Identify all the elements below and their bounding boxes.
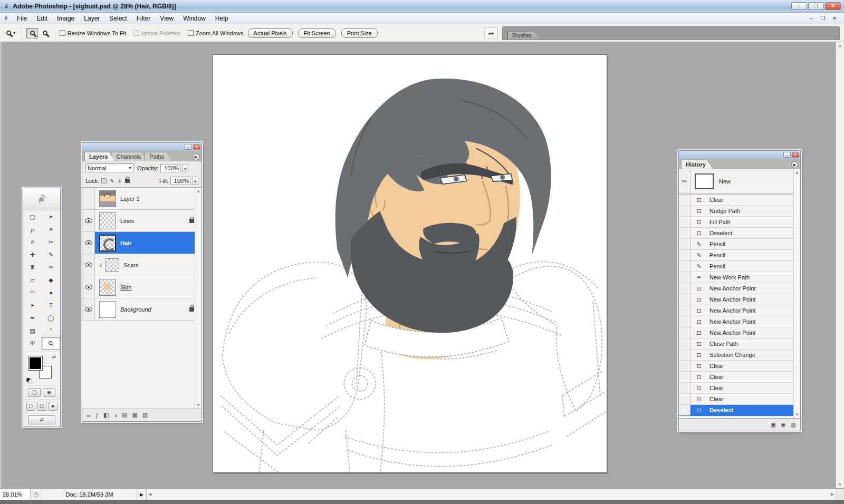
menu-item[interactable]: Window	[178, 14, 210, 23]
layer-name[interactable]: Background	[120, 306, 189, 313]
palette-close-button[interactable]: ✕	[193, 144, 200, 150]
lock-all-icon[interactable]	[125, 179, 130, 183]
layer-name[interactable]: Lines	[120, 218, 189, 224]
visibility-toggle[interactable]	[82, 210, 95, 231]
scroll-right-icon[interactable]: ▶	[831, 492, 834, 497]
history-state[interactable]: ▶ ✒ New Work Path	[679, 272, 800, 283]
history-state[interactable]: ▶ ⊡ New Anchor Point	[679, 294, 800, 305]
history-state[interactable]: ▶ ✎ Pencil	[679, 239, 800, 250]
tool-button[interactable]: ▱	[23, 274, 42, 286]
checkbox-box[interactable]	[60, 30, 65, 36]
tool-button[interactable]: ❜	[42, 324, 60, 337]
layer-thumbnail[interactable]	[99, 190, 116, 207]
layer-row[interactable]: ↴ Scars	[82, 254, 202, 276]
palette-menu-button[interactable]: ▶	[791, 161, 798, 168]
options-checkbox[interactable]: Ignore Palettes	[133, 30, 180, 36]
layer-style-icon[interactable]: ƒ	[95, 412, 99, 419]
scroll-up-icon[interactable]: ▲	[196, 189, 200, 193]
options-button[interactable]: Fit Screen	[298, 28, 336, 38]
palette-tab[interactable]: History	[681, 160, 713, 169]
foreground-color-swatch[interactable]	[28, 356, 42, 370]
visibility-toggle[interactable]	[82, 188, 95, 209]
restore-button[interactable]: ❐	[808, 2, 824, 10]
zoom-out-button[interactable]	[39, 28, 51, 38]
tool-button[interactable]: ▢	[23, 210, 42, 223]
active-tool-preview[interactable]: ▾	[4, 29, 17, 37]
layers-palette-titlebar[interactable]: – ✕	[82, 143, 202, 151]
scroll-up-icon[interactable]: ▲	[795, 170, 799, 175]
vertical-scrollbar[interactable]: ▲ ▼	[836, 42, 844, 488]
tool-button[interactable]: T	[42, 299, 60, 312]
palette-menu-button[interactable]: ▶	[193, 153, 199, 160]
new-document-from-state-icon[interactable]: ▣	[771, 421, 776, 428]
scroll-down-icon[interactable]: ▼	[795, 412, 799, 417]
lock-pixels-icon[interactable]: ✎	[110, 178, 114, 184]
tool-button[interactable]: ▤	[23, 324, 42, 337]
document-canvas[interactable]	[213, 54, 607, 473]
history-state[interactable]: ▶ ⊡ Nudge Path	[679, 206, 800, 217]
scroll-down-icon[interactable]: ▼	[196, 403, 200, 408]
menu-item[interactable]: Select	[104, 14, 131, 23]
scroll-left-icon[interactable]: ◀	[148, 492, 151, 497]
history-state[interactable]: ▶ ⊡ Fill Path	[679, 217, 800, 228]
history-source-well[interactable]: ▶	[679, 361, 690, 371]
delete-layer-icon[interactable]: ▥	[142, 412, 148, 419]
history-state[interactable]: ▶ ⊡ Deselect	[679, 228, 800, 239]
tool-button[interactable]: ⚲	[42, 337, 60, 350]
standard-mode-button[interactable]: ◯	[28, 388, 41, 397]
blend-mode-select[interactable]: Normal ▼	[85, 163, 134, 172]
history-state[interactable]: ▶ ⊡ Clear	[679, 372, 800, 383]
status-popup-button[interactable]: ▶	[137, 489, 147, 500]
tool-button[interactable]: ℘	[23, 223, 42, 236]
checkbox-box[interactable]	[133, 30, 139, 36]
menu-item[interactable]: Layer	[79, 14, 104, 23]
history-source-well[interactable]: ▶	[679, 405, 690, 415]
new-snapshot-icon[interactable]: ◉	[781, 421, 786, 428]
history-source-well[interactable]: ▶	[679, 250, 690, 260]
tool-button[interactable]: #	[23, 236, 42, 248]
history-state[interactable]: ▶ ⊡ New Anchor Point	[679, 327, 800, 338]
opacity-input[interactable]: 100%	[160, 164, 180, 172]
snapshot-thumbnail[interactable]	[695, 173, 714, 189]
fullscreen-button[interactable]: ■	[49, 402, 57, 411]
layer-thumbnail[interactable]	[99, 279, 116, 296]
history-state[interactable]: ▶ ✎ Pencil	[679, 250, 800, 261]
history-source-well[interactable]: ▶	[679, 195, 690, 205]
lock-position-icon[interactable]: ✛	[118, 178, 122, 184]
history-source-well[interactable]: ▶	[679, 383, 690, 393]
options-button[interactable]: Print Size	[341, 28, 378, 38]
snapshot-row[interactable]: ✑ New	[679, 169, 800, 195]
doc-close-button[interactable]: ✕	[830, 15, 839, 21]
visibility-toggle[interactable]	[82, 298, 95, 320]
palette-minimize-button[interactable]: –	[783, 152, 791, 158]
palette-tab[interactable]: Layers	[84, 152, 114, 161]
scroll-up-icon[interactable]: ▲	[838, 43, 842, 48]
tool-button[interactable]: ✶	[42, 223, 60, 236]
tool-button[interactable]: ✂	[42, 236, 60, 248]
layer-row[interactable]: ↴ Lines	[82, 210, 202, 232]
history-scrollbar[interactable]: ▲ ▼	[793, 169, 800, 418]
opacity-spinner-icon[interactable]: ▸	[183, 164, 188, 172]
tool-button[interactable]: ➤	[42, 210, 60, 223]
tool-preset-dropdown-icon[interactable]: ▾	[13, 31, 15, 35]
layer-row[interactable]: ↴ Layer 1	[82, 188, 202, 210]
layer-thumbnail[interactable]	[99, 235, 116, 251]
close-button[interactable]: ✕	[825, 2, 841, 10]
history-source-well[interactable]: ▶	[679, 239, 690, 249]
history-source-well[interactable]: ▶	[679, 394, 690, 404]
layer-name[interactable]: Layer 1	[120, 196, 202, 202]
history-state[interactable]: ▶ ⊡ Clear	[679, 195, 800, 206]
history-brush-source-well[interactable]: ✑	[679, 169, 690, 193]
tool-button[interactable]: ●	[42, 286, 60, 299]
history-palette-titlebar[interactable]: – ✕	[679, 151, 800, 159]
fullscreen-menu-button[interactable]: ◱	[37, 402, 46, 411]
layer-row[interactable]: ↴ Skin	[82, 276, 202, 298]
menu-item[interactable]: File	[12, 14, 32, 23]
tool-button[interactable]: ♜	[23, 261, 42, 274]
layer-row[interactable]: ↴ Hair	[82, 232, 202, 254]
history-state[interactable]: ▶ ✎ Pencil	[679, 261, 800, 272]
history-source-well[interactable]: ▶	[679, 327, 690, 338]
layer-thumbnail[interactable]	[106, 258, 119, 272]
history-source-well[interactable]: ▶	[679, 217, 690, 227]
tool-button[interactable]: ◆	[42, 274, 60, 286]
